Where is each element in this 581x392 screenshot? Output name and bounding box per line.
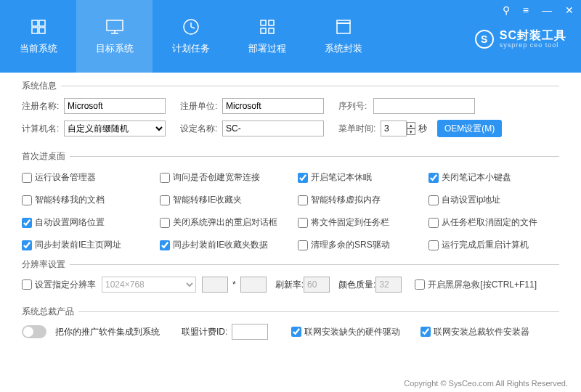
- group-legend: 分辨率设置: [22, 258, 70, 271]
- tab-scheduled-tasks[interactable]: 计划任务: [153, 0, 229, 73]
- svg-rect-3: [39, 28, 45, 33]
- first-option-9[interactable]: 关闭系统弹出的重启对话框: [160, 216, 298, 229]
- close-icon[interactable]: ✕: [565, 4, 574, 16]
- group-resolution: 分辨率设置 设置指定分辨率 1024×768 * 刷新率: 颜色质量: 开启黑屏…: [22, 258, 559, 303]
- first-option-0[interactable]: 运行设备管理器: [22, 171, 160, 184]
- colorquality-input[interactable]: [375, 277, 402, 293]
- logo-subtitle: sysprep ceo tool: [500, 42, 566, 49]
- windows-icon: [29, 17, 48, 36]
- regunit-label: 注册单位:: [180, 100, 222, 113]
- group-legend: 系统总裁产品: [22, 306, 78, 318]
- svg-rect-14: [337, 23, 350, 33]
- tab-label: 目标系统: [96, 42, 134, 55]
- group-legend: 系统信息: [22, 80, 61, 92]
- menutime-spinner[interactable]: ▴▾: [407, 122, 415, 135]
- resolution-select[interactable]: 1024×768: [102, 277, 196, 293]
- promote-label: 把你的推广软件集成到系统: [55, 326, 160, 338]
- first-option-14[interactable]: 清理多余的SRS驱动: [298, 239, 428, 251]
- user-icon[interactable]: ⚲: [503, 4, 510, 16]
- first-option-10[interactable]: 将文件固定到任务栏: [298, 216, 428, 229]
- serial-label: 序列号:: [338, 100, 373, 113]
- seconds-label: 秒: [418, 123, 427, 135]
- regname-input[interactable]: [64, 98, 166, 114]
- first-option-1[interactable]: 询问是否创建宽带连接: [160, 171, 298, 184]
- compname-select[interactable]: 自定义前缀随机: [64, 121, 166, 136]
- grid-icon: [258, 17, 277, 36]
- svg-rect-10: [261, 20, 266, 25]
- package-icon: [334, 17, 353, 36]
- svg-rect-12: [261, 28, 266, 33]
- serial-input[interactable]: [373, 98, 475, 114]
- copyright-footer: Copyright © SysCeo.com All Rights Reserv…: [404, 379, 568, 388]
- setres-checkbox[interactable]: 设置指定分辨率: [22, 279, 96, 291]
- setname-input[interactable]: [222, 121, 324, 136]
- width-input[interactable]: [202, 277, 228, 293]
- regname-label: 注册名称:: [22, 100, 64, 113]
- soft-installer-checkbox[interactable]: 联网安装总裁软件安装器: [420, 326, 529, 338]
- logo-title: SC封装工具: [500, 29, 566, 42]
- svg-rect-11: [269, 20, 274, 25]
- svg-rect-4: [107, 20, 123, 30]
- monitor-icon: [105, 17, 124, 36]
- promote-toggle[interactable]: [22, 325, 46, 338]
- svg-rect-1: [39, 20, 45, 26]
- first-option-2[interactable]: 开启笔记本休眠: [298, 171, 428, 184]
- tab-target-system[interactable]: 目标系统: [76, 0, 153, 73]
- first-option-13[interactable]: 同步封装前IE收藏夹数据: [160, 239, 298, 251]
- group-legend: 首次进桌面: [22, 150, 70, 163]
- blackscreen-checkbox[interactable]: 开启黑屏急救[按CTRL+F11]: [415, 279, 537, 291]
- first-option-8[interactable]: 自动设置网络位置: [22, 216, 160, 229]
- tab-label: 部署过程: [248, 42, 286, 55]
- tab-label: 系统封装: [325, 42, 362, 55]
- tab-deploy-process[interactable]: 部署过程: [229, 0, 305, 73]
- app-logo: S SC封装工具 sysprep ceo tool: [475, 29, 566, 49]
- hw-driver-checkbox[interactable]: 联网安装缺失的硬件驱动: [291, 326, 400, 338]
- svg-rect-2: [32, 28, 38, 33]
- refresh-input[interactable]: [304, 277, 330, 293]
- menu-icon[interactable]: ≡: [523, 4, 529, 16]
- oem-settings-button[interactable]: OEM设置(M): [437, 120, 502, 137]
- refresh-label: 刷新率:: [275, 279, 304, 291]
- group-system-info: 系统信息 注册名称: 注册单位: 序列号: 计算机名: 自定义前缀随机 设定名称…: [22, 80, 559, 147]
- union-id-input[interactable]: [232, 324, 268, 340]
- minimize-icon[interactable]: —: [542, 4, 552, 16]
- group-first-desktop: 首次进桌面 运行设备管理器询问是否创建宽带连接开启笔记本休眠关闭笔记本小键盘智能…: [22, 150, 559, 256]
- regunit-input[interactable]: [222, 98, 324, 114]
- first-option-15[interactable]: 运行完成后重启计算机: [428, 239, 559, 251]
- header: ⚲ ≡ — ✕ 当前系统 目标系统 计划任务 部署过程 系统封装 S SC封装工…: [0, 0, 581, 73]
- first-option-6[interactable]: 智能转移虚拟内存: [298, 194, 428, 206]
- first-option-3[interactable]: 关闭笔记本小键盘: [428, 171, 559, 184]
- group-sysceo-products: 系统总裁产品 把你的推广软件集成到系统 联盟计费ID: 联网安装缺失的硬件驱动 …: [22, 306, 559, 350]
- tab-system-package[interactable]: 系统封装: [305, 0, 381, 73]
- menutime-label: 菜单时间:: [338, 123, 381, 135]
- window-controls: ⚲ ≡ — ✕: [503, 4, 574, 16]
- first-option-4[interactable]: 智能转移我的文档: [22, 194, 160, 206]
- first-option-7[interactable]: 自动设置ip地址: [428, 194, 559, 206]
- tab-label: 计划任务: [172, 42, 210, 55]
- svg-rect-0: [32, 20, 38, 26]
- setname-label: 设定名称:: [180, 123, 222, 135]
- tab-label: 当前系统: [20, 42, 57, 55]
- content-area: 系统信息 注册名称: 注册单位: 序列号: 计算机名: 自定义前缀随机 设定名称…: [0, 73, 581, 372]
- union-label: 联盟计费ID:: [182, 326, 227, 338]
- menutime-input[interactable]: [381, 121, 407, 136]
- first-option-5[interactable]: 智能转移IE收藏夹: [160, 194, 298, 206]
- height-input[interactable]: [240, 277, 267, 293]
- tab-current-system[interactable]: 当前系统: [0, 0, 76, 73]
- compname-label: 计算机名:: [22, 123, 64, 135]
- color-label: 颜色质量:: [338, 279, 375, 291]
- first-option-11[interactable]: 从任务栏取消固定的文件: [428, 216, 559, 229]
- clock-icon: [182, 17, 200, 36]
- svg-line-9: [191, 27, 195, 28]
- svg-rect-15: [337, 20, 350, 23]
- first-option-12[interactable]: 同步封装前IE主页网址: [22, 239, 160, 251]
- svg-rect-13: [269, 28, 274, 33]
- logo-mark-icon: S: [475, 30, 494, 49]
